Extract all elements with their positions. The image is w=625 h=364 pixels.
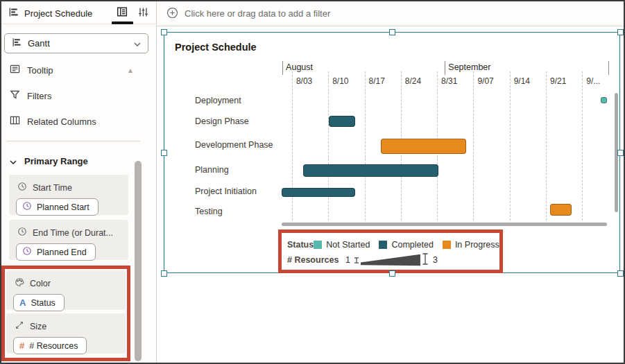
size-legend-wedge [361, 254, 420, 266]
palette-icon [15, 277, 24, 289]
month-separator [282, 61, 283, 75]
selection-handle-se[interactable] [617, 270, 624, 277]
axis-tick-label: 9/21 [550, 76, 566, 86]
chart-horizontal-scrollbar[interactable] [282, 223, 607, 226]
selection-handle-ne[interactable] [617, 29, 624, 35]
gantt-bar-development-phase[interactable] [381, 139, 466, 154]
gridline-9/... [582, 71, 583, 220]
viz-type-dropdown[interactable]: Gantt [4, 33, 148, 53]
clock-icon [22, 201, 32, 213]
viz-title-row: Project Schedule [8, 7, 92, 19]
legend-label: Completed [391, 240, 433, 250]
field-card-end-time: End Time (or Durat... Planned End [9, 220, 128, 260]
sidebar-header: Project Schedule [1, 1, 157, 24]
axis-tick-label: 8/03 [296, 76, 312, 86]
sidebar-item-tooltip[interactable]: Tooltip ▲ [1, 62, 137, 78]
tooltip-icon [10, 64, 20, 76]
axis-tick-label: 8/24 [405, 76, 421, 86]
status-legend-items: Not StartedCompletedIn Progress [314, 240, 508, 250]
gridline-9/07 [473, 71, 474, 220]
pill-resources[interactable]: # # Resources [13, 337, 87, 354]
sidebar-item-filters[interactable]: Filters [1, 87, 137, 104]
columns-icon [10, 115, 20, 128]
gridline-8/17 [365, 71, 366, 220]
resize-icon [15, 320, 24, 332]
selection-handle-nw[interactable] [161, 29, 167, 35]
pill-label: Planned Start [37, 202, 89, 212]
sidebar-item-label: Related Columns [27, 116, 96, 127]
field-card-color: Color A Status [6, 270, 126, 310]
legend-label: Not Started [326, 240, 370, 250]
selection-handle-s[interactable] [389, 270, 395, 277]
size-legend-min: 1 [345, 255, 350, 265]
active-tab-underline [112, 21, 133, 24]
attribute-a-icon: A [19, 297, 26, 308]
gantt-bar-design-phase[interactable] [329, 116, 355, 127]
size-legend-title: # Resources [287, 255, 345, 265]
gridline-9/14 [510, 71, 511, 220]
gantt-bar-deployment[interactable] [601, 97, 607, 103]
gantt-icon [8, 7, 19, 19]
gantt-bar-planning[interactable] [303, 164, 438, 177]
primary-range-heading: Primary Range [24, 156, 88, 166]
app-window: Project Schedule Gantt Tooltip ▲ Filters [0, 0, 625, 364]
highlight-box-legend: Status Not StartedCompletedIn Progress #… [278, 229, 503, 273]
legend-item-in_progress[interactable]: In Progress [443, 240, 499, 250]
field-label-row: End Time (or Durat... [9, 220, 128, 239]
axis-tick-label: 8/10 [332, 76, 348, 86]
axis-tick-label: 9/07 [477, 76, 493, 86]
gantt-bar-project-initiation[interactable] [282, 188, 355, 197]
pill-status[interactable]: A Status [13, 294, 65, 311]
sidebar-item-label: Filters [27, 91, 51, 101]
axis-tick-label: 8/17 [369, 76, 385, 86]
legend-swatch [379, 241, 387, 249]
legend-swatch [443, 241, 451, 249]
gridline-8/03 [292, 71, 293, 220]
task-label: Development Phase [195, 140, 273, 150]
field-label: End Time (or Durat... [33, 228, 113, 238]
legend-item-completed[interactable]: Completed [379, 240, 433, 250]
legend-swatch [314, 241, 322, 249]
field-label: Color [30, 279, 51, 288]
settings-panel-tab[interactable] [135, 6, 151, 20]
gridline-8/10 [328, 71, 329, 220]
task-label: Deployment [195, 96, 241, 105]
selection-handle-w[interactable] [161, 150, 167, 156]
selection-handle-e[interactable] [617, 150, 624, 156]
properties-sidebar: Project Schedule Gantt Tooltip ▲ Filters [1, 1, 157, 363]
sidebar-scrollbar[interactable] [135, 161, 142, 361]
axis-tick-label: 9/14 [514, 76, 530, 86]
task-label: Testing [195, 207, 223, 216]
ibeam-large-icon [422, 253, 429, 268]
month-label: August [286, 62, 313, 72]
legend-item-not_started[interactable]: Not Started [314, 240, 370, 250]
gantt-bar-testing[interactable] [550, 204, 572, 216]
pill-planned-end[interactable]: Planned End [16, 243, 96, 261]
size-legend-row: # Resources 1 3 [287, 252, 499, 268]
primary-range-header[interactable]: Primary Range [1, 153, 133, 168]
field-label: Size [30, 322, 46, 331]
add-filter-icon [166, 7, 178, 21]
selection-handle-n[interactable] [389, 29, 395, 35]
sidebar-item-label: Tooltip [27, 65, 53, 76]
clock-icon [22, 246, 32, 258]
chart-title: Project Schedule [175, 42, 257, 53]
sidebar-title: Project Schedule [24, 8, 92, 19]
pill-label: Status [31, 298, 55, 308]
task-label: Design Phase [195, 116, 249, 126]
gridline-9/21 [546, 71, 547, 220]
grammar-panel-icon [117, 6, 128, 20]
selection-handle-sw[interactable] [161, 270, 167, 277]
sidebar-divider [7, 141, 140, 141]
axis-tick-label: 9/... [586, 76, 600, 86]
collapse-triangle-icon[interactable]: ▲ [127, 67, 137, 74]
sidebar-item-related-columns[interactable]: Related Columns [1, 113, 137, 130]
filter-bar[interactable]: Click here or drag data to add a filter [157, 1, 624, 26]
status-legend-row: Status Not StartedCompletedIn Progress [287, 237, 499, 252]
task-label: Project Initiation [195, 187, 257, 196]
field-card-start-time: Start Time Planned Start [9, 175, 128, 215]
grammar-panel-tab[interactable] [114, 6, 130, 20]
pill-planned-start[interactable]: Planned Start [16, 198, 99, 216]
filter-bar-prompt: Click here or drag data to add a filter [185, 8, 330, 19]
axis-tick-label: 8/31 [441, 76, 457, 86]
